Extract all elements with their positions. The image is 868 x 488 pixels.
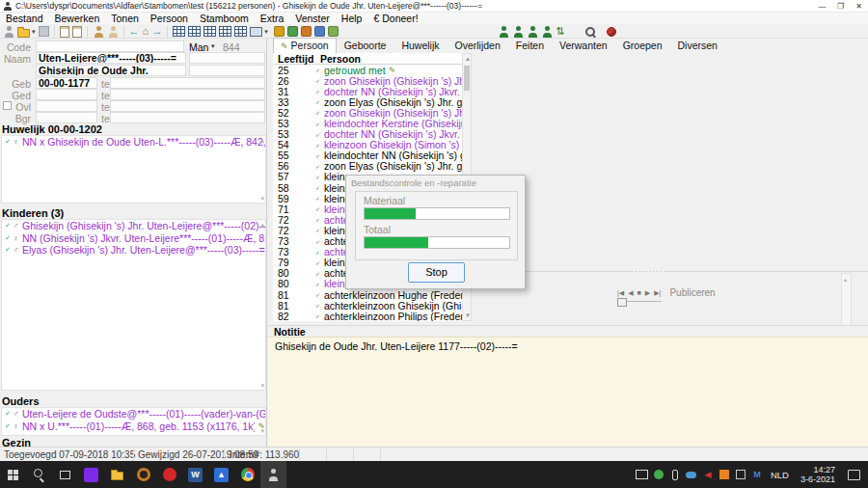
person-male-icon[interactable] <box>498 26 509 38</box>
task-view-icon[interactable] <box>52 461 78 488</box>
media-app-icon[interactable] <box>130 461 156 488</box>
tray-photos-icon[interactable] <box>735 469 746 480</box>
menu-item-doneer[interactable]: € Doneer! <box>367 13 423 24</box>
family-icon[interactable] <box>541 26 553 38</box>
scroll-down-icon[interactable]: ▾ <box>260 382 264 389</box>
relations-icon[interactable] <box>314 26 325 37</box>
table-row[interactable]: 33✓zoon Elyas (Ghisekijn 's) Jhr. gebore… <box>273 96 462 107</box>
table-view-icon[interactable] <box>173 26 185 37</box>
table-row[interactable]: 54✓kleinzoon Ghisekijn (Simon 's) Jhr. v… <box>273 140 462 150</box>
splitter-grip[interactable]: ········ <box>633 267 665 276</box>
scroll-down-icon[interactable]: ▾ <box>260 427 264 434</box>
stop-nav-button[interactable]: ■ <box>637 289 641 296</box>
list-item[interactable]: ✓♂Uten-Leijere de Oudste@***-----(01)---… <box>2 408 265 420</box>
maximize-button[interactable]: ❐ <box>831 2 850 11</box>
bgr-date-input[interactable] <box>36 112 97 123</box>
list-item[interactable]: ✓♂Ghisekijn (Ghisekijn 's) Jhr. Uten-Lei… <box>2 220 265 232</box>
close-button[interactable]: ✕ <box>850 2 868 11</box>
table-row[interactable]: 31✓dochter NN (Ghisekijn 's) Jkvr. gebor… <box>273 86 462 96</box>
menu-item-bewerken[interactable]: Bewerken <box>49 13 106 24</box>
table-row[interactable]: 56✓zoon Elyas (Ghisekijn 's) Jhr. getrou… <box>273 161 462 172</box>
groups-icon[interactable] <box>328 26 339 37</box>
bug-icon[interactable] <box>607 27 616 37</box>
col-leeftijd[interactable]: Leeftijd <box>273 53 320 64</box>
ged-place-input[interactable] <box>110 89 265 100</box>
menu-item-persoon[interactable]: Persoon <box>145 13 194 24</box>
ovl-date-input[interactable] <box>36 100 97 112</box>
geb-date-input[interactable]: 00-00-1177 <box>36 77 97 89</box>
ged-date-input[interactable] <box>36 89 97 100</box>
forward-icon[interactable]: → <box>151 25 162 38</box>
tree-view-icon[interactable] <box>219 26 231 37</box>
open-file-icon[interactable] <box>17 29 30 38</box>
scroll-down-icon[interactable]: ▾ <box>260 195 264 202</box>
col-persoon[interactable]: Persoon <box>320 53 361 64</box>
favorites-icon[interactable] <box>274 26 285 37</box>
overview-icon[interactable] <box>287 26 298 37</box>
drop-person-icon[interactable] <box>107 26 119 38</box>
table-row[interactable]: 26✓zoon Ghisekijn (Ghisekijn 's) Jhr. ge… <box>273 75 462 86</box>
tray-display-icon[interactable] <box>636 470 648 479</box>
swap-icon[interactable]: ⇅ <box>556 25 564 38</box>
home-icon[interactable]: ⌂ <box>143 25 149 38</box>
publish-slider[interactable] <box>617 301 662 302</box>
scrollbar-thumb[interactable] <box>464 66 470 91</box>
chrome-icon[interactable] <box>234 461 260 488</box>
tray-phone-icon[interactable] <box>669 469 681 480</box>
last-button[interactable]: ▶| <box>654 289 661 297</box>
menu-item-extra[interactable]: Extra <box>255 13 290 24</box>
pane-splitter[interactable] <box>472 271 868 272</box>
taskbar-search-icon[interactable] <box>26 461 52 488</box>
surname-input[interactable]: Uten-Leijere@***-----(03)-----= <box>36 52 186 64</box>
table-row[interactable]: 53✓dochter NN (Ghisekijn 's) Jkvr. getro… <box>273 129 462 140</box>
givenname-extra-input[interactable] <box>189 65 265 76</box>
publish-label[interactable]: Publiceren <box>669 287 715 298</box>
aldfaer-taskbar-icon[interactable] <box>260 461 286 488</box>
table-row[interactable]: 25✓getrouwd met✎ <box>273 65 462 75</box>
scroll-up-icon[interactable]: ▴ <box>844 276 847 283</box>
tab-feiten[interactable]: Feiten <box>508 38 552 53</box>
red-app-icon[interactable] <box>156 461 182 488</box>
tab-geboorte[interactable]: Geboorte <box>337 38 394 53</box>
menu-item-tonen[interactable]: Tonen <box>105 13 145 24</box>
tab-diversen[interactable]: Diversen <box>670 38 725 53</box>
gender-caret-icon[interactable]: ▾ <box>211 42 215 50</box>
table-row[interactable]: 53✓kleindochter Kerstine (Ghisekijn 's) … <box>273 118 462 128</box>
scroll-up-icon[interactable]: ▴ <box>260 137 264 144</box>
geb-place-input[interactable] <box>110 77 265 89</box>
list-view-icon[interactable] <box>234 26 247 37</box>
prev-button[interactable]: ◀ <box>628 289 633 297</box>
menu-item-stamboom[interactable]: Stamboom <box>194 13 255 24</box>
report-icon[interactable] <box>60 26 69 38</box>
word-icon[interactable]: W <box>182 461 208 488</box>
scroll-down-icon[interactable]: ▼ <box>465 312 471 318</box>
scroll-up-icon[interactable]: ▴ <box>260 221 264 228</box>
ovl-place-input[interactable] <box>110 100 265 112</box>
surname-extra-input[interactable] <box>189 52 265 64</box>
open-file-icon-caret[interactable]: ▾ <box>32 28 36 36</box>
next-button[interactable]: ▶ <box>645 289 650 297</box>
save-icon[interactable] <box>39 26 49 37</box>
tray-play-icon[interactable]: ◀ <box>702 469 714 480</box>
tray-orange-icon[interactable] <box>719 469 730 480</box>
menu-item-help[interactable]: Help <box>336 13 368 24</box>
screen-layout-icon-caret[interactable]: ▾ <box>264 28 268 36</box>
tab-verwanten[interactable]: Verwanten <box>552 38 615 53</box>
language-indicator[interactable]: NLD <box>768 470 792 480</box>
card-view-icon[interactable] <box>203 26 216 37</box>
start-button[interactable] <box>0 461 26 488</box>
table-row[interactable]: 81✓achterkleinzoon Hughe (Frederic 's) J… <box>273 289 462 300</box>
givenname-input[interactable]: Ghisekijn de Oude Jhr. <box>36 65 186 76</box>
search-icon[interactable] <box>584 26 596 38</box>
list-item[interactable]: ✓♂Elyas (Ghisekijn 's) Jhr. Uten-Leijere… <box>2 244 265 257</box>
bgr-place-input[interactable] <box>110 112 265 123</box>
list-item[interactable]: ✓♀NN x U.***-----(01)-----Æ, 868, geb. 1… <box>2 420 265 433</box>
notebook-app-icon[interactable] <box>78 461 104 488</box>
tasks-icon[interactable] <box>301 26 312 37</box>
tab-huwelijk[interactable]: Huwelijk <box>393 38 447 53</box>
tab-overlijden[interactable]: Overlijden <box>448 38 508 53</box>
table-row[interactable]: 81✓achterkleinzoon Ghisekijn (Ghisekijn … <box>273 300 462 311</box>
tab-groepen[interactable]: Groepen <box>615 38 670 53</box>
file-explorer-icon[interactable] <box>104 461 130 488</box>
menu-item-bestand[interactable]: Bestand <box>0 13 49 24</box>
